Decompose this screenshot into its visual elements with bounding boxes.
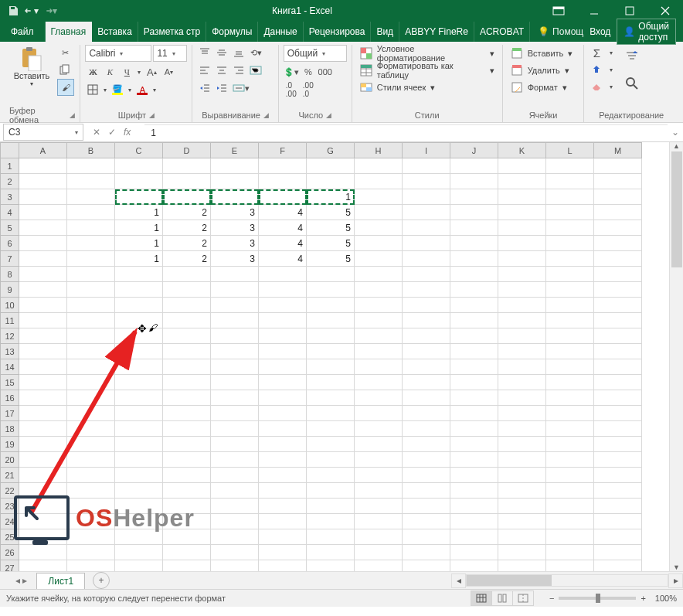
cell[interactable]: 5 <box>307 220 355 236</box>
cell[interactable] <box>67 390 115 406</box>
bold-button[interactable]: Ж <box>85 64 100 80</box>
cell[interactable] <box>450 205 498 220</box>
cell[interactable] <box>259 298 307 313</box>
tab-home[interactable]: Главная <box>46 22 93 42</box>
cell[interactable] <box>211 189 259 205</box>
cell[interactable] <box>498 421 546 437</box>
column-header[interactable]: B <box>67 143 115 158</box>
borders-icon[interactable] <box>85 82 100 97</box>
cell[interactable] <box>546 344 594 359</box>
cell[interactable] <box>259 545 307 560</box>
cell[interactable] <box>546 421 594 437</box>
cell[interactable] <box>546 220 594 236</box>
cell[interactable] <box>498 483 546 499</box>
align-top-icon[interactable] <box>197 45 212 60</box>
cell[interactable] <box>19 205 67 220</box>
format-painter-icon[interactable]: 🖌 <box>57 79 74 96</box>
cell[interactable] <box>19 390 67 406</box>
cell[interactable] <box>403 437 450 452</box>
cell[interactable] <box>259 359 307 375</box>
fx-icon[interactable]: fx <box>124 127 135 138</box>
cell[interactable] <box>594 251 642 267</box>
cell[interactable] <box>355 344 403 359</box>
cell[interactable] <box>355 205 403 220</box>
cell[interactable] <box>211 328 259 344</box>
column-header[interactable]: F <box>259 143 307 158</box>
vertical-scrollbar[interactable]: ▲ ▼ <box>669 142 683 571</box>
cell[interactable] <box>259 514 307 529</box>
cell[interactable] <box>594 560 642 572</box>
cell[interactable] <box>403 483 450 499</box>
cell[interactable] <box>307 313 355 328</box>
sheet-nav[interactable]: ◂ ▸ <box>15 575 33 586</box>
copy-icon[interactable] <box>57 62 73 77</box>
tab-acrobat[interactable]: ACROBAT <box>474 22 530 42</box>
cell[interactable] <box>450 406 498 421</box>
cell[interactable] <box>67 267 115 282</box>
cell[interactable] <box>307 483 355 499</box>
decrease-font-icon[interactable]: A▾ <box>161 64 176 80</box>
cell[interactable] <box>355 282 403 298</box>
cell[interactable] <box>403 313 450 328</box>
cell[interactable] <box>307 174 355 189</box>
cell[interactable] <box>355 468 403 483</box>
cell[interactable] <box>403 236 450 251</box>
cell[interactable] <box>355 220 403 236</box>
cell[interactable] <box>355 298 403 313</box>
cell[interactable]: 4 <box>259 205 307 220</box>
cell[interactable] <box>211 499 259 514</box>
cell[interactable] <box>67 313 115 328</box>
cell[interactable] <box>211 390 259 406</box>
cell[interactable] <box>67 282 115 298</box>
cell[interactable] <box>355 437 403 452</box>
cell[interactable] <box>546 375 594 390</box>
align-bottom-icon[interactable] <box>231 45 246 60</box>
tab-formulas[interactable]: Формулы <box>206 22 258 42</box>
cell[interactable] <box>355 375 403 390</box>
cell[interactable] <box>355 514 403 529</box>
cell[interactable] <box>594 267 642 282</box>
cell[interactable] <box>450 375 498 390</box>
cell[interactable] <box>403 344 450 359</box>
cell[interactable] <box>546 158 594 174</box>
undo-icon[interactable]: ▾ <box>25 4 39 18</box>
cell[interactable] <box>259 499 307 514</box>
cell[interactable] <box>211 468 259 483</box>
cell[interactable] <box>594 468 642 483</box>
increase-indent-icon[interactable] <box>214 80 229 96</box>
cell[interactable] <box>67 251 115 267</box>
fill-chevron-icon[interactable]: ▾ <box>607 62 615 77</box>
row-header[interactable]: 11 <box>1 313 19 328</box>
cell[interactable] <box>450 220 498 236</box>
cell[interactable] <box>498 344 546 359</box>
cell[interactable] <box>163 267 211 282</box>
page-layout-view-icon[interactable] <box>492 590 513 606</box>
cell[interactable] <box>259 189 307 205</box>
cell[interactable] <box>355 313 403 328</box>
cell[interactable] <box>307 468 355 483</box>
row-header[interactable]: 19 <box>1 437 19 452</box>
cell[interactable] <box>498 236 546 251</box>
cell[interactable] <box>115 375 163 390</box>
cell[interactable] <box>67 406 115 421</box>
cell[interactable] <box>115 267 163 282</box>
cell[interactable] <box>163 158 211 174</box>
cell[interactable] <box>355 359 403 375</box>
cell[interactable] <box>163 452 211 468</box>
cell[interactable] <box>450 174 498 189</box>
cell[interactable] <box>67 220 115 236</box>
decrease-decimal-icon[interactable]: .00.0 <box>301 82 316 97</box>
cell[interactable] <box>259 560 307 572</box>
cell[interactable] <box>307 545 355 560</box>
cell[interactable] <box>19 359 67 375</box>
cell[interactable] <box>450 483 498 499</box>
merge-center-icon[interactable]: ▾ <box>231 80 251 96</box>
sheet-tab[interactable]: Лист1 <box>36 573 85 589</box>
zoom-control[interactable]: − + 100% <box>549 594 677 603</box>
cell[interactable] <box>355 529 403 545</box>
cell[interactable] <box>163 468 211 483</box>
share-button[interactable]: 👤Общий доступ <box>617 19 676 45</box>
column-header[interactable]: G <box>307 143 355 158</box>
cell[interactable] <box>163 437 211 452</box>
cell[interactable] <box>403 251 450 267</box>
